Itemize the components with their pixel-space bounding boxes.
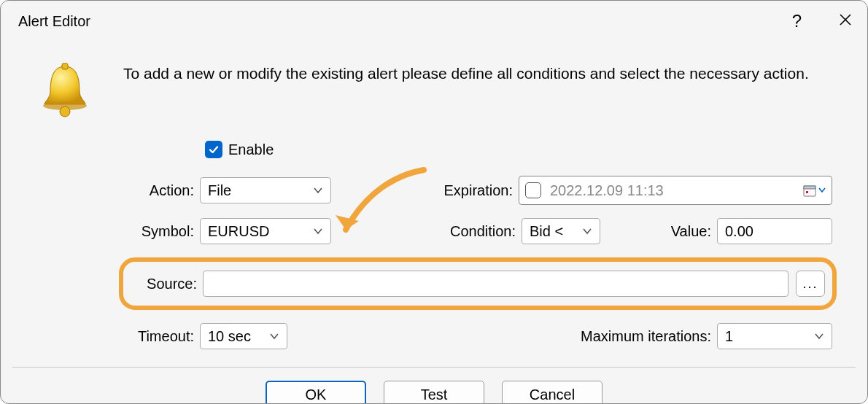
value-label: Value: [615, 223, 717, 240]
test-button[interactable]: Test [384, 381, 484, 404]
symbol-value: EURUSD [208, 223, 269, 240]
value-input[interactable]: 0.00 [717, 218, 832, 244]
browse-label: ... [802, 276, 818, 292]
value-value: 0.00 [725, 223, 753, 240]
max-iterations-combo[interactable]: 1 [717, 323, 832, 349]
browse-button[interactable]: ... [796, 271, 825, 297]
svg-rect-5 [806, 191, 808, 193]
svg-rect-4 [804, 186, 815, 189]
chevron-down-icon [269, 333, 279, 340]
alert-editor-dialog: Alert Editor ? [0, 0, 868, 404]
ok-button[interactable]: OK [266, 381, 366, 404]
max-iterations-value: 1 [725, 328, 733, 345]
chevron-down-icon [582, 228, 592, 235]
close-icon[interactable] [838, 11, 853, 31]
window-title: Alert Editor [18, 13, 90, 30]
dialog-description: To add a new or modify the existing aler… [123, 62, 809, 82]
timeout-label: Timeout: [123, 328, 200, 345]
symbol-combo[interactable]: EURUSD [200, 218, 331, 244]
source-row-highlight: Source: ... [119, 257, 837, 310]
expiration-value: 2022.12.09 11:13 [550, 182, 794, 199]
timeout-combo[interactable]: 10 sec [200, 323, 287, 349]
chevron-down-icon [818, 187, 826, 193]
condition-label: Condition: [434, 223, 522, 240]
cancel-button[interactable]: Cancel [502, 381, 602, 404]
help-icon[interactable]: ? [792, 11, 802, 31]
expiration-label: Expiration: [424, 182, 519, 199]
action-label: Action: [123, 182, 200, 199]
chevron-down-icon [313, 228, 323, 235]
svg-point-1 [60, 106, 70, 117]
enable-checkbox[interactable] [205, 141, 222, 158]
chevron-down-icon [313, 187, 323, 194]
dialog-footer: OK Test Cancel [1, 368, 867, 404]
symbol-label: Symbol: [123, 223, 200, 240]
bell-icon [36, 62, 94, 119]
title-bar: Alert Editor ? [1, 1, 867, 42]
timeout-value: 10 sec [208, 328, 251, 345]
svg-rect-2 [62, 63, 68, 69]
expiration-checkbox[interactable] [525, 182, 541, 198]
expiration-field[interactable]: 2022.12.09 11:13 [519, 176, 832, 205]
action-combo[interactable]: File [200, 177, 331, 203]
max-iterations-label: Maximum iterations: [557, 328, 717, 345]
action-value: File [208, 182, 231, 199]
source-label: Source: [131, 276, 203, 292]
chevron-down-icon [814, 333, 824, 340]
enable-label: Enable [228, 141, 274, 158]
source-input[interactable] [203, 271, 788, 297]
condition-value: Bid < [530, 223, 563, 240]
calendar-icon[interactable] [802, 183, 826, 198]
condition-combo[interactable]: Bid < [522, 218, 600, 244]
